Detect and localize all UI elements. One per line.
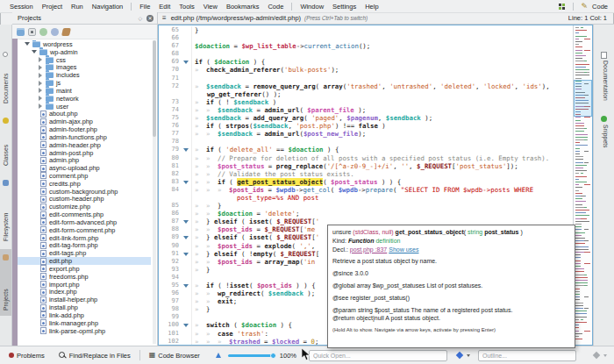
code-line[interactable]: 80»»// Prepare for deletion of all posts… <box>159 154 573 162</box>
fold-arrow-icon[interactable] <box>183 253 189 256</box>
tree-item-edit-link-form.php[interactable]: edit-link-form.php <box>18 234 151 242</box>
fold-arrow-icon[interactable] <box>183 324 189 327</box>
code-line[interactable]: 74»»$sendback = admin_url( $parent_file … <box>159 106 573 114</box>
expand-arrow-icon[interactable] <box>39 65 42 70</box>
expand-arrow-icon[interactable] <box>39 103 42 109</box>
tree-item-credits.php[interactable]: credits.php <box>18 180 151 188</box>
collapse-arrow-icon[interactable] <box>32 50 37 54</box>
tree-item-customize.php[interactable]: customize.php <box>18 203 151 211</box>
menu-run[interactable]: Run <box>67 3 88 11</box>
fold-arrow-icon[interactable] <box>183 61 189 64</box>
menu-file[interactable]: File <box>135 3 154 11</box>
tree-item-edit.php[interactable]: edit.php <box>18 257 151 265</box>
active-document-title[interactable]: edit.php (/tmp/wordpress/wp-admin/edit.p… <box>171 14 301 22</box>
record-target-icon[interactable] <box>28 28 36 36</box>
tree-item-admin-footer.php[interactable]: admin-footer.php <box>18 125 151 133</box>
window-icon[interactable] <box>17 28 25 36</box>
tab-documentation[interactable]: Documentation <box>603 61 609 101</box>
tree-item-admin-functions.php[interactable]: admin-functions.php <box>18 133 151 141</box>
code-browser-button[interactable]: ▦ Code Browser <box>149 352 200 360</box>
brush-icon[interactable] <box>61 28 71 36</box>
code-line[interactable]: 84»»»$post_ids = $wpdb->get_col( $wpdb->… <box>159 186 573 194</box>
tree-item-import.php[interactable]: import.php <box>18 281 151 289</box>
tab-snippets[interactable]: Snippets <box>603 125 609 147</box>
tree-item-edit-form-advanced.php[interactable]: edit-form-advanced.php <box>18 218 151 226</box>
tree-item-admin-header.php[interactable]: admin-header.php <box>18 141 151 149</box>
code-line[interactable]: 81»»$post_status = preg_replace('/[^a-z0… <box>159 162 573 170</box>
document-list-icon[interactable]: ≡ <box>162 14 167 22</box>
tree-item-install-helper.php[interactable]: install-helper.php <box>18 296 151 303</box>
tree-item-comment.php[interactable]: comment.php <box>18 172 151 180</box>
tree-item-index.php[interactable]: index.php <box>18 289 151 296</box>
show-uses-link[interactable]: Show uses <box>389 246 418 253</box>
tree-item-admin.php[interactable]: admin.php <box>18 156 151 164</box>
tree-item-maint[interactable]: maint <box>18 87 151 95</box>
declaration-link[interactable]: post.php :837 <box>350 246 387 253</box>
fold-arrow-icon[interactable] <box>183 284 189 288</box>
panel-close-icon[interactable]: ✕ <box>146 15 154 22</box>
fold-arrow-icon[interactable] <box>183 181 189 184</box>
blue-arrow-icon[interactable] <box>51 28 59 36</box>
outline-input[interactable] <box>478 350 576 361</box>
panel-detach-icon[interactable]: ◇ <box>138 15 142 21</box>
menu-edit[interactable]: Edit <box>154 3 175 11</box>
green-dot-icon[interactable] <box>39 28 47 36</box>
project-tree[interactable]: wordpresswp-admincssimagesincludesjsmain… <box>18 40 151 346</box>
tree-item-link-manager.php[interactable]: link-manager.php <box>18 319 151 327</box>
code-line[interactable]: wp_get_referer() ); <box>159 90 573 98</box>
expand-arrow-icon[interactable] <box>39 88 42 93</box>
tree-item-edit-form-comment.php[interactable]: edit-form-comment.php <box>18 226 151 234</box>
zoom-slider-handle[interactable] <box>270 353 276 359</box>
tree-item-images[interactable]: images <box>18 63 151 71</box>
menu-session[interactable]: Session <box>5 3 38 11</box>
tree-item-custom-header.php[interactable]: custom-header.php <box>18 196 151 203</box>
expand-arrow-icon[interactable] <box>39 57 42 62</box>
menu-view[interactable]: View <box>199 3 222 11</box>
tree-item-admin-post.php[interactable]: admin-post.php <box>18 149 151 157</box>
menu-bookmarks[interactable]: Bookmarks <box>222 3 264 11</box>
tab-classes[interactable]: Classes <box>3 145 9 166</box>
menu-project[interactable]: Project <box>38 3 67 11</box>
tree-item-export.php[interactable]: export.php <box>18 265 151 273</box>
code-line[interactable]: 73»if ( ! $sendback ) <box>159 98 573 106</box>
code-line[interactable]: 66 <box>159 34 573 42</box>
fold-arrow-icon[interactable] <box>183 148 189 152</box>
menu-settings[interactable]: Settings <box>328 3 361 11</box>
tree-item-link-add.php[interactable]: link-add.php <box>18 311 151 319</box>
code-line[interactable]: 71 <box>159 75 573 82</box>
expand-arrow-icon[interactable] <box>39 96 42 101</box>
tree-item-wp-admin[interactable]: wp-admin <box>18 48 151 56</box>
tree-item-admin-ajax.php[interactable]: admin-ajax.php <box>18 118 151 125</box>
code-line[interactable]: 65} <box>159 26 573 34</box>
code-area-button[interactable]: Code <box>592 3 608 11</box>
tree-item-includes[interactable]: includes <box>18 71 151 79</box>
quick-open-icon[interactable] <box>456 352 463 359</box>
minimap-viewport[interactable] <box>574 80 592 117</box>
collapse-arrow-icon[interactable] <box>25 42 30 46</box>
code-line[interactable]: 86»»$doaction = 'delete'; <box>159 210 573 218</box>
zoom-reset-icon[interactable] <box>216 353 221 358</box>
expand-arrow-icon[interactable] <box>39 81 42 86</box>
zoom-slider[interactable] <box>228 354 274 357</box>
tree-item-about.php[interactable]: about.php <box>18 110 151 118</box>
find-replace-button[interactable]: Find/Replace in Files <box>59 352 131 360</box>
tree-item-wordpress[interactable]: wordpress <box>18 40 151 48</box>
code-line[interactable]: 79»if ( 'delete_all' == $doaction ) { <box>159 146 573 153</box>
code-line[interactable]: 77»»$sendback = admin_url($post_new_file… <box>159 130 573 138</box>
tree-item-network[interactable]: network <box>18 95 151 103</box>
tree-item-edit-comments.php[interactable]: edit-comments.php <box>18 211 151 218</box>
code-line[interactable]: 72»$sendback = remove_query_arg( array('… <box>159 82 573 90</box>
code-line[interactable]: 85»»} <box>159 202 573 210</box>
tree-item-css[interactable]: css <box>18 56 151 64</box>
code-line[interactable]: post_type=%s AND post <box>159 194 573 202</box>
quick-open-input[interactable] <box>309 350 447 361</box>
fold-arrow-icon[interactable] <box>183 236 189 239</box>
fold-arrow-icon[interactable] <box>183 220 189 224</box>
menu-tools[interactable]: Tools <box>175 3 199 11</box>
code-line[interactable]: 75»$sendback = add_query_arg( 'paged', $… <box>159 114 573 122</box>
tab-projects[interactable]: Projects <box>3 289 9 310</box>
tree-item-custom-background.php[interactable]: custom-background.php <box>18 188 151 196</box>
problems-button[interactable]: Problems <box>9 352 45 360</box>
chevron-down-icon[interactable] <box>467 354 470 357</box>
code-line[interactable]: 67$doaction = $wp_list_table->current_ac… <box>159 42 573 50</box>
